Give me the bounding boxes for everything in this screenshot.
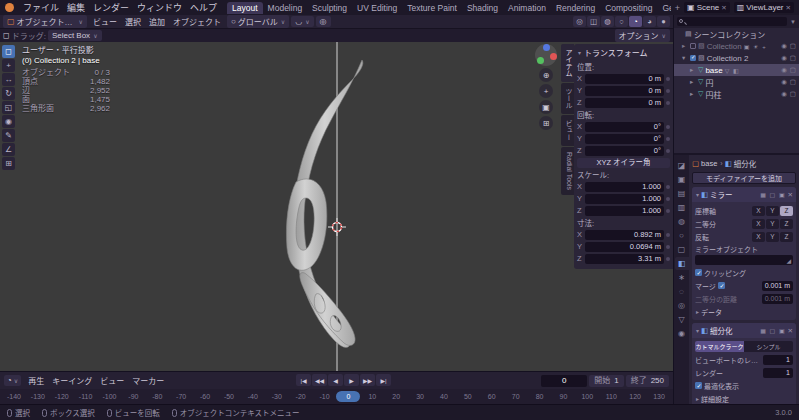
viewport-display-icon[interactable]: ▢ [790, 90, 796, 98]
animate-decorator-icon[interactable] [666, 77, 670, 81]
topbar-menu[interactable]: ウィンドウ [133, 1, 186, 14]
rotate-tool[interactable]: ↻ [2, 87, 15, 100]
viewport-menu[interactable]: 選択 [121, 16, 145, 27]
mirror-bisect-toggle[interactable]: Z [780, 219, 793, 229]
subdivision-modifier-header[interactable]: ▾ ◧ 細分化 ▦ ▢ ▣ ✕ [692, 323, 796, 338]
tab-scene[interactable]: ◍ [675, 215, 689, 228]
outliner-collection[interactable]: ▸ ▧ Collection ▣ ☀ + ◉ ▢ [674, 40, 799, 52]
topbar-menu[interactable]: レンダー [89, 1, 133, 14]
mirror-flip-toggle[interactable]: Y [766, 232, 779, 242]
transform-field[interactable]: 1.000 [585, 206, 664, 216]
shading-solid-icon[interactable]: ◔ [629, 16, 642, 27]
view-layer-selector[interactable]: ▥ ViewLayer ✕ [734, 2, 794, 13]
display-toggle-icons[interactable]: ▦ ▢ ▣ [760, 191, 785, 198]
current-frame-field[interactable]: 0 [541, 375, 587, 387]
transform-field[interactable]: 0° [585, 134, 664, 144]
tab-modifiers[interactable]: ◧ [675, 257, 689, 270]
timeline-menu[interactable]: マーカー [128, 375, 168, 386]
cursor-tool[interactable]: + [2, 59, 15, 72]
outliner-base[interactable]: ▸ ▽ base ▽ ◧ ◉ ▢ [674, 64, 799, 76]
mode-selector[interactable]: ▢ オブジェクトモード ∨ [3, 15, 87, 28]
workspace-tab[interactable]: Layout [227, 2, 263, 14]
mirror-flip-toggle[interactable]: Z [780, 232, 793, 242]
close-icon[interactable]: ✕ [786, 4, 791, 12]
levels-viewport-field[interactable]: 1 [763, 355, 793, 365]
gizmo-toggle-icon[interactable]: ◎ [573, 16, 586, 27]
subdiv-advanced-subpanel[interactable]: ▸ 詳細設定 [695, 393, 793, 404]
annotate-tool[interactable]: ✎ [2, 129, 15, 142]
collection-checkbox[interactable] [690, 55, 696, 61]
transform-field[interactable]: 0 m [585, 86, 664, 96]
tab-output[interactable]: ▤ [675, 187, 689, 200]
delete-modifier-icon[interactable]: ✕ [788, 191, 793, 199]
topbar-menu[interactable]: ヘルプ [186, 1, 221, 14]
visibility-eye-icon[interactable]: ◉ [781, 66, 787, 74]
prev-keyframe-button[interactable]: ◀◀ [312, 374, 327, 386]
merge-checkbox[interactable] [718, 282, 725, 289]
scale-tool[interactable]: ◱ [2, 101, 15, 114]
filter-icon[interactable]: ▼ [790, 19, 796, 25]
sidebar-tab[interactable]: アイテム [561, 44, 574, 82]
subdiv-type-button[interactable]: カトマルクラーク [695, 341, 744, 352]
jump-to-end-button[interactable]: ▶| [376, 374, 391, 386]
add-modifier-button[interactable]: モディファイアーを追加 [692, 172, 796, 184]
frame-end-field[interactable]: 終了 250 [626, 375, 669, 387]
expand-arrow-icon[interactable]: ▸ [682, 42, 688, 50]
shading-material-icon[interactable]: ◕ [643, 16, 656, 27]
mirror-bisect-toggle[interactable]: X [752, 219, 765, 229]
mirror-bisect-toggle[interactable]: Y [766, 219, 779, 229]
tab-world[interactable]: ○ [675, 229, 689, 242]
sidebar-tab[interactable]: Radial Tools [561, 147, 574, 195]
ortho-toggle-icon[interactable]: ⊞ [539, 116, 553, 130]
tab-particles[interactable]: ∗ [675, 271, 689, 284]
expand-arrow-icon[interactable]: ▸ [690, 90, 696, 98]
viewport-menu[interactable]: オブジェクト [169, 16, 225, 27]
merge-value-field[interactable]: 0.001 m [762, 281, 793, 291]
animate-decorator-icon[interactable] [666, 233, 670, 237]
add-workspace-button[interactable]: + [672, 3, 683, 13]
viewport-display-icon[interactable]: ▢ [790, 54, 796, 62]
workspace-tab[interactable]: Rendering [551, 2, 600, 14]
visibility-eye-icon[interactable]: ◉ [781, 78, 787, 86]
outliner-cylinder[interactable]: ▸ ▽ 円柱 ◉ ▢ [674, 88, 799, 100]
mirror-axis-toggle[interactable]: X [752, 206, 765, 216]
workspace-tab[interactable]: Compositing [600, 2, 657, 14]
transform-field[interactable]: 0.892 m [585, 230, 664, 240]
mirror-modifier-header[interactable]: ▾ ◧ ミラー ▦ ▢ ▣ ✕ [692, 187, 796, 202]
drag-tool-selector[interactable]: Select Box ∨ [48, 30, 102, 41]
tab-tool[interactable]: ◪ [675, 159, 689, 172]
eyedropper-icon[interactable]: ◢ [786, 257, 791, 264]
workspace-tab[interactable]: Geometry Nodes [657, 2, 670, 14]
transform-field[interactable]: 0 m [585, 98, 664, 108]
sidebar-tab[interactable]: ビュー [561, 115, 574, 146]
transform-field[interactable]: 1.000 [585, 182, 664, 192]
viewport-display-icon[interactable]: ▢ [790, 42, 796, 50]
transform-field[interactable]: 0.0694 m [585, 242, 664, 252]
next-keyframe-button[interactable]: ▶▶ [360, 374, 375, 386]
expand-arrow-icon[interactable]: ▾ [682, 54, 688, 62]
workspace-tab[interactable]: Modeling [263, 2, 308, 14]
measure-tool[interactable]: ∠ [2, 143, 15, 156]
shading-wireframe-icon[interactable]: ○ [615, 16, 628, 27]
animate-decorator-icon[interactable] [666, 149, 670, 153]
camera-view-icon[interactable]: ▣ [539, 100, 553, 114]
animate-decorator-icon[interactable] [666, 185, 670, 189]
zoom-icon[interactable]: ⊕ [539, 68, 553, 82]
viewport-menu[interactable]: 追加 [145, 16, 169, 27]
animate-decorator-icon[interactable] [666, 137, 670, 141]
outliner-scene-collection[interactable]: ▤ シーンコレクション [674, 28, 799, 40]
mirror-axis-toggle[interactable]: Z [780, 206, 793, 216]
tab-material[interactable]: ◉ [675, 327, 689, 340]
tab-object[interactable]: ▢ [675, 243, 689, 256]
outliner-search-input[interactable] [677, 17, 787, 26]
topbar-menu[interactable]: ファイル [19, 1, 63, 14]
timeline-menu[interactable]: ビュー [96, 375, 128, 386]
animate-decorator-icon[interactable] [666, 101, 670, 105]
transform-tool[interactable]: ◉ [2, 115, 15, 128]
blender-logo-icon[interactable] [5, 3, 14, 12]
transform-field[interactable]: 0 m [585, 74, 664, 84]
animate-decorator-icon[interactable] [666, 125, 670, 129]
xray-toggle-icon[interactable]: ◍ [601, 16, 614, 27]
clipping-checkbox[interactable] [695, 269, 702, 276]
animate-decorator-icon[interactable] [666, 89, 670, 93]
